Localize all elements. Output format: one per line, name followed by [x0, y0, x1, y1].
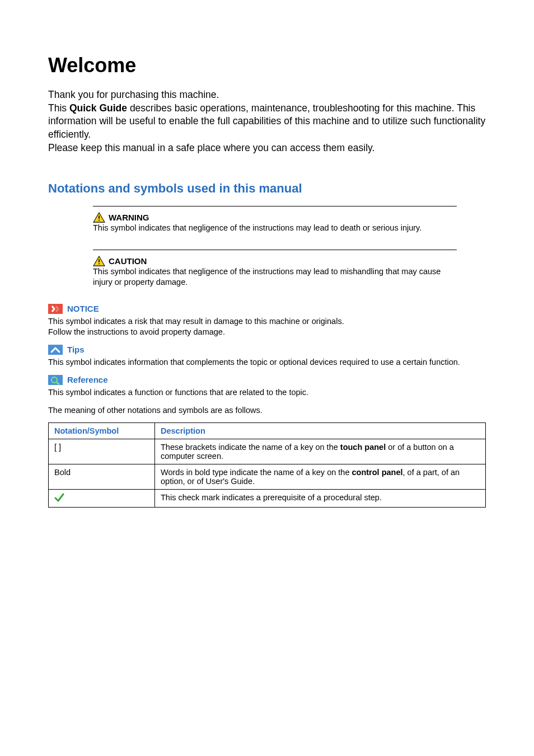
svg-rect-0 [99, 215, 100, 218]
notice-desc1: This symbol indicates a risk that may re… [48, 317, 344, 326]
r1a: These brackets indicate the name of a ke… [161, 443, 340, 452]
intro-paragraph: Thank you for purchasing this machine. T… [48, 88, 486, 154]
quick-guide-bold: Quick Guide [69, 102, 127, 114]
notice-section: NOTICE This symbol indicates a risk that… [48, 304, 486, 338]
cell-brackets-symbol: [ ] [49, 439, 155, 464]
warning-block: WARNING This symbol indicates that negli… [93, 206, 457, 234]
reference-label: Reference [67, 375, 108, 384]
tips-label: Tips [67, 345, 85, 354]
tips-icon [48, 345, 63, 355]
section-heading: Notations and symbols used in this manua… [48, 181, 486, 196]
caution-label: CAUTION [109, 256, 147, 266]
meaning-line: The meaning of other notations and symbo… [48, 406, 486, 415]
header-description: Description [155, 423, 486, 439]
reference-desc: This symbol indicates a function or func… [48, 387, 486, 398]
svg-rect-5 [48, 345, 63, 355]
cell-check-symbol [49, 490, 155, 508]
divider [93, 250, 457, 250]
svg-rect-1 [99, 220, 100, 221]
notice-desc: This symbol indicates a risk that may re… [48, 316, 486, 338]
caution-icon [93, 256, 105, 266]
notation-table: Notation/Symbol Description [ ] These br… [48, 422, 486, 508]
table-row: [ ] These brackets indicate the name of … [49, 439, 486, 464]
notice-desc2: Follow the instructions to avoid propert… [48, 327, 225, 336]
cell-bold-symbol: Bold [49, 464, 155, 490]
caution-block: CAUTION This symbol indicates that negli… [93, 250, 457, 288]
check-icon [54, 493, 64, 502]
page-title: Welcome [48, 54, 486, 77]
intro-line3: Please keep this manual in a safe place … [48, 142, 374, 153]
notice-label: NOTICE [67, 304, 99, 313]
divider [93, 206, 457, 206]
header-notation-symbol: Notation/Symbol [49, 423, 155, 439]
svg-rect-6 [48, 375, 63, 385]
svg-rect-3 [99, 263, 100, 264]
svg-rect-4 [48, 304, 63, 314]
tips-section: Tips This symbol indicates information t… [48, 345, 486, 368]
cell-bold-desc: Words in bold type indicate the name of … [155, 464, 486, 490]
caution-desc: This symbol indicates that negligence of… [93, 266, 457, 288]
svg-rect-2 [99, 259, 100, 262]
table-row: Bold Words in bold type indicate the nam… [49, 464, 486, 490]
cell-check-desc: This check mark indicates a prerequisite… [155, 490, 486, 508]
r2a: Words in bold type indicate the name of … [161, 468, 352, 477]
warning-icon [93, 212, 105, 223]
warning-label: WARNING [109, 213, 149, 222]
tips-desc: This symbol indicates information that c… [48, 357, 486, 368]
intro-line2a: This [48, 102, 69, 114]
notice-icon [48, 304, 63, 314]
table-row: This check mark indicates a prerequisite… [49, 490, 486, 508]
intro-line1: Thank you for purchasing this machine. [48, 89, 219, 100]
cell-brackets-desc: These brackets indicate the name of a ke… [155, 439, 486, 464]
warning-desc: This symbol indicates that negligence of… [93, 223, 457, 234]
control-panel-bold: control panel [352, 468, 403, 477]
reference-section: Reference This symbol indicates a functi… [48, 375, 486, 398]
table-header-row: Notation/Symbol Description [49, 423, 486, 439]
touch-panel-bold: touch panel [340, 443, 386, 452]
reference-icon [48, 375, 63, 385]
